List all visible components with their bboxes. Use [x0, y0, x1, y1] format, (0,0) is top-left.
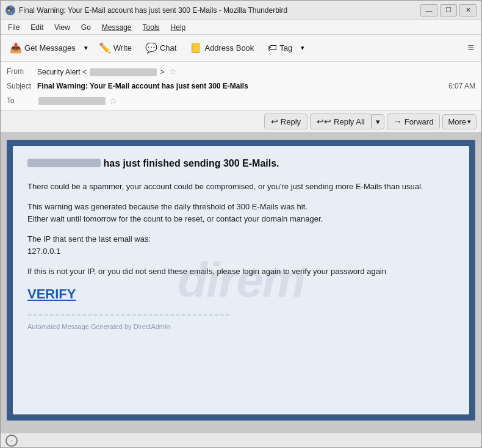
to-star-icon[interactable]: ☆ — [109, 96, 117, 106]
email-paragraph-4: If this is not your IP, or you did not s… — [27, 266, 455, 278]
email-content-inner: direm has just finished sending 300 E-Ma… — [13, 146, 469, 414]
email-timestamp: 6:07 AM — [448, 82, 475, 90]
get-messages-group: 📥 Get Messages ▾ — [4, 39, 91, 57]
from-star-icon[interactable]: ☆ — [169, 67, 177, 76]
email-paragraph-1: There could be a spammer, your account c… — [27, 181, 455, 193]
tag-button[interactable]: 🏷 Tag — [262, 40, 298, 57]
more-dropdown-arrow: ▾ — [467, 118, 471, 126]
menu-file[interactable]: File — [3, 22, 24, 33]
address-book-button[interactable]: 📒 Address Book — [184, 39, 259, 57]
title-bar: 🦅 Final Warning: Your E-Mail account has… — [1, 1, 481, 20]
reply-all-dropdown-arrow[interactable]: ▾ — [372, 114, 384, 129]
subject-value: Final Warning: Your E-Mail account has j… — [37, 82, 248, 90]
get-messages-button[interactable]: 📥 Get Messages — [4, 39, 81, 57]
verify-link[interactable]: VERIFY — [27, 286, 76, 302]
action-bar: ↩ Reply ↩↩ Reply All ▾ → Forward More ▾ — [1, 111, 481, 132]
email-content-wrapper: direm has just finished sending 300 E-Ma… — [7, 140, 475, 421]
menu-bar: File Edit View Go Message Tools Help — [1, 20, 481, 35]
from-email-blurred — [90, 68, 157, 76]
menu-go[interactable]: Go — [76, 22, 96, 33]
from-row: From Security Alert < > ☆ — [7, 64, 475, 79]
email-body: direm has just finished sending 300 E-Ma… — [1, 132, 481, 433]
main-window: 🦅 Final Warning: Your E-Mail account has… — [0, 0, 482, 448]
forward-button[interactable]: → Forward — [387, 114, 441, 129]
tag-icon: 🏷 — [267, 43, 277, 54]
reply-all-group: ↩↩ Reply All ▾ — [310, 114, 384, 129]
email-heading: has just finished sending 300 E-Mails. — [27, 158, 455, 170]
to-label: To — [7, 96, 37, 105]
address-book-icon: 📒 — [190, 42, 202, 54]
reply-button[interactable]: ↩ Reply — [264, 114, 308, 129]
reply-all-icon: ↩↩ — [317, 117, 331, 126]
from-label: From — [7, 67, 37, 76]
divider-line: ===================================== — [27, 311, 455, 319]
minimize-button[interactable]: — — [420, 4, 437, 16]
email-header: From Security Alert < > ☆ Subject Final … — [1, 62, 481, 111]
write-icon: ✏️ — [99, 42, 111, 54]
toolbar: 📥 Get Messages ▾ ✏️ Write 💬 Chat 📒 Addre… — [1, 35, 481, 62]
toolbar-hamburger-button[interactable]: ≡ — [464, 39, 478, 57]
more-button[interactable]: More ▾ — [442, 114, 477, 129]
to-row: To ☆ — [7, 93, 475, 108]
tag-group: 🏷 Tag ▾ — [262, 40, 308, 57]
get-messages-icon: 📥 — [10, 42, 22, 54]
menu-help[interactable]: Help — [166, 22, 191, 33]
get-messages-dropdown-arrow[interactable]: ▾ — [81, 41, 91, 55]
from-value: Security Alert < > ☆ — [37, 67, 177, 76]
write-button[interactable]: ✏️ Write — [93, 39, 137, 57]
forward-icon: → — [394, 117, 402, 126]
watermark: direm — [178, 252, 304, 308]
status-bar: · — [1, 433, 481, 447]
menu-message[interactable]: Message — [97, 22, 137, 33]
email-paragraph-3: The IP that sent the last email was: 127… — [27, 233, 455, 257]
connection-status-icon: · — [5, 435, 18, 447]
footer-text: Automated Message Generated by DirectAdm… — [27, 323, 455, 330]
subject-row: Subject Final Warning: Your E-Mail accou… — [7, 79, 475, 93]
reply-icon: ↩ — [271, 117, 278, 126]
menu-view[interactable]: View — [49, 22, 75, 33]
app-icon: 🦅 — [5, 5, 15, 15]
sender-blurred — [27, 159, 101, 167]
chat-button[interactable]: 💬 Chat — [140, 39, 182, 57]
chat-icon: 💬 — [145, 42, 157, 54]
maximize-button[interactable]: ☐ — [440, 4, 457, 16]
subject-label: Subject — [7, 82, 37, 90]
close-button[interactable]: ✕ — [459, 4, 477, 16]
window-controls: — ☐ ✕ — [420, 4, 477, 16]
window-title: Final Warning: Your E-Mail account has j… — [19, 6, 420, 15]
tag-dropdown-arrow[interactable]: ▾ — [298, 41, 308, 55]
to-address-blurred — [38, 97, 106, 105]
email-paragraph-2: This warning was generated because the d… — [27, 201, 455, 225]
menu-tools[interactable]: Tools — [138, 22, 165, 33]
menu-edit[interactable]: Edit — [26, 22, 48, 33]
reply-all-button[interactable]: ↩↩ Reply All — [310, 114, 372, 129]
